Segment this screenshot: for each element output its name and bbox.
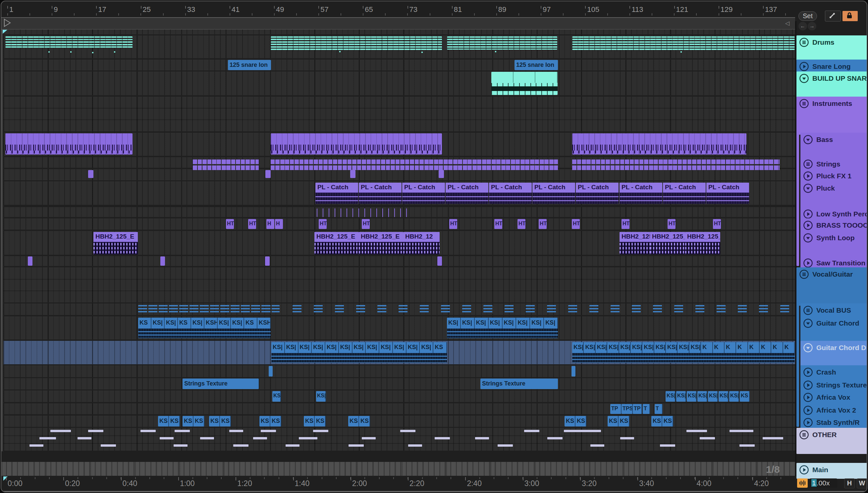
playback-speed-field[interactable]: 1.00x (810, 478, 837, 488)
ht-clip[interactable]: HT (668, 219, 675, 229)
ks-strip-clip[interactable]: KSKS|KS|KSKS|KSHM|KS|KS|KSKSHMF (138, 318, 271, 338)
vocal-bus-dash[interactable] (462, 305, 472, 314)
play-icon[interactable] (803, 209, 813, 219)
strings-texture-clip[interactable]: Strings Texture (480, 379, 558, 389)
arrangement-lane-pluck-fx-1[interactable] (3, 169, 795, 180)
drums-mini-clips[interactable] (447, 36, 557, 50)
draw-mode-button[interactable] (825, 10, 841, 22)
play-icon[interactable] (799, 62, 809, 71)
ks-small-clip[interactable]: KS| (687, 391, 697, 402)
fold-icon[interactable] (803, 343, 813, 353)
stab-clip[interactable]: KSKS (259, 416, 281, 427)
mini-clip[interactable] (265, 170, 271, 178)
hbh2-clip[interactable]: HBH2_125_E_Sy (620, 232, 650, 254)
play-icon[interactable] (799, 465, 809, 475)
ht-clip[interactable]: HT (248, 219, 256, 229)
vocal-bus-dash[interactable] (377, 305, 387, 314)
fold-icon[interactable] (803, 135, 813, 145)
lock-button[interactable] (842, 10, 858, 22)
group-icon[interactable] (799, 430, 809, 440)
hbh2-clip[interactable]: HBH2_125_E (650, 232, 685, 254)
buildup-snare-clip[interactable] (491, 72, 558, 95)
audio-clip[interactable]: 125 snare lon (514, 60, 558, 70)
track-header-drums[interactable]: Drums (796, 36, 867, 62)
ks-strip-clip[interactable]: KS|KS|KS|KS|KS|KS|KS|KS|KS|KS|KS|KS|KS (271, 342, 447, 363)
track-header-guitar-chord-dr[interactable]: Guitar Chord Dr (801, 341, 867, 368)
ht-clip[interactable]: HT (622, 219, 629, 229)
width-zoom-button[interactable]: W (857, 478, 867, 488)
vocal-bus-clip[interactable] (138, 305, 280, 314)
fold-icon[interactable] (803, 318, 813, 328)
tp-clip[interactable]: T (655, 404, 663, 414)
hbh2-clip[interactable]: HBH2_125_E (315, 232, 359, 254)
ks-small-clip[interactable]: KS| (719, 391, 728, 402)
arrangement-lane-brass-tooooo[interactable] (3, 218, 795, 230)
ks-small-clip[interactable]: KS| (698, 391, 707, 402)
pluck-catch-clip[interactable]: PL - Catch (316, 183, 358, 204)
pluck-catch-clip[interactable]: PL - Catch (446, 183, 488, 204)
vocal-bus-dash[interactable] (568, 305, 578, 314)
play-icon[interactable] (803, 380, 813, 390)
mini-clip[interactable] (160, 256, 165, 266)
play-icon[interactable] (803, 417, 813, 428)
strings-segments-clip[interactable] (271, 159, 558, 171)
ht-clip[interactable]: HT (319, 219, 327, 229)
pluck-catch-clip[interactable]: PL - Catch (532, 183, 575, 204)
crash-clip[interactable] (269, 366, 272, 377)
ks-small-clip[interactable]: KS| (729, 391, 739, 402)
bass-clip[interactable] (5, 133, 133, 154)
drums-mini-clips[interactable] (5, 36, 133, 49)
arrangement-lane-other[interactable] (3, 428, 795, 451)
arrangement-lane-build-up-snare[interactable] (3, 71, 795, 95)
vocal-bus-dash[interactable] (441, 305, 451, 314)
vocal-bus-dash[interactable] (356, 305, 366, 314)
ht-clip[interactable]: HT (713, 219, 721, 229)
scroll-left-icon[interactable]: ◁ (785, 20, 789, 27)
stab-clip[interactable]: KSKS (304, 416, 326, 427)
vocal-bus-dash[interactable] (335, 305, 345, 314)
stab-clip[interactable]: KSKS (348, 416, 370, 427)
tp-clip[interactable]: T (643, 404, 650, 414)
ht-clip[interactable]: HT (539, 219, 547, 229)
ks-small-clip[interactable]: KS (740, 391, 750, 402)
ht-clip[interactable]: HT (494, 219, 502, 229)
arrangement-lane-spacer[interactable] (3, 29, 795, 35)
ht-clip[interactable]: HT (572, 219, 580, 229)
overview-scrub-strip[interactable] (1, 462, 795, 476)
vocal-bus-dash[interactable] (399, 305, 408, 314)
ks-small-clip[interactable]: KS| (676, 391, 686, 402)
vocal-bus-dash[interactable] (716, 305, 727, 314)
group-icon[interactable] (803, 159, 813, 169)
tp-clip[interactable]: TP (633, 404, 642, 414)
hbh2-clip[interactable]: HBH2_125_E (685, 232, 720, 254)
mini-clip[interactable] (88, 170, 94, 178)
vocal-bus-dash[interactable] (483, 305, 493, 314)
vertical-scrollbar[interactable] (1, 29, 3, 451)
fold-icon[interactable] (803, 233, 813, 243)
play-icon[interactable] (803, 220, 813, 230)
vocal-bus-dash[interactable] (610, 305, 621, 314)
track-header-vocal-guitar[interactable]: Vocal/Guitar (796, 267, 867, 306)
back-arrow-button[interactable]: ← (799, 22, 807, 30)
play-icon[interactable] (803, 405, 813, 415)
vocal-bus-dash[interactable] (632, 305, 642, 314)
audio-clip[interactable]: 125 snare lon (228, 60, 271, 70)
hbh2-clip[interactable]: HBH2_12 (403, 232, 440, 254)
arrangement-lane-instruments[interactable] (3, 97, 795, 131)
ks-small-clip[interactable]: KS (272, 391, 281, 402)
pluck-catch-clip[interactable]: PL - Catch (489, 183, 532, 204)
ks-small-clip[interactable]: KS| (316, 391, 326, 402)
vocal-bus-dash[interactable] (420, 305, 430, 314)
strings-segments-clip[interactable] (193, 159, 259, 171)
vocal-bus-dash[interactable] (314, 305, 324, 314)
track-header-bass[interactable]: Bass (801, 133, 867, 159)
vocal-bus-dash[interactable] (589, 305, 599, 314)
strings-texture-clip[interactable]: Strings Texture (183, 379, 259, 389)
drums-mini-clips[interactable] (271, 36, 442, 51)
pluck-catch-clip[interactable]: PL - Catch (706, 183, 749, 204)
track-header-instruments[interactable]: Instruments (796, 97, 867, 135)
mini-clip[interactable] (28, 256, 33, 266)
vocal-bus-dash[interactable] (505, 305, 514, 314)
tp-clip[interactable]: TP (610, 404, 622, 414)
stab-clip[interactable]: KSKS (158, 416, 180, 427)
